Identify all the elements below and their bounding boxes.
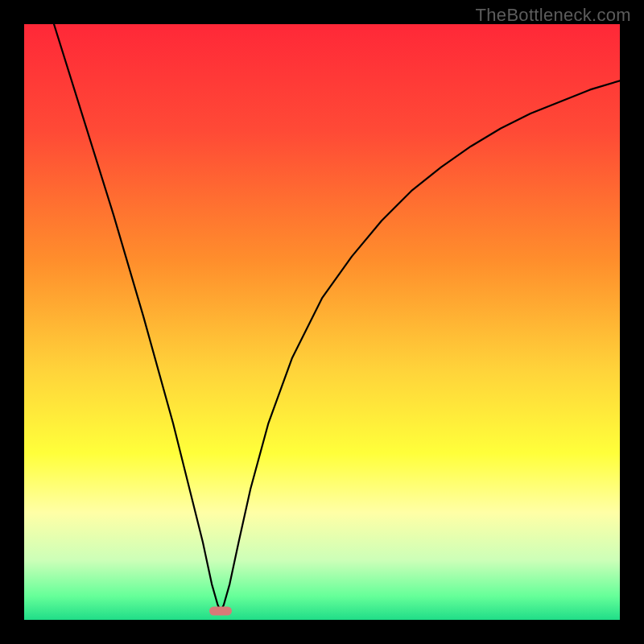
bottleneck-curve xyxy=(24,24,620,620)
bottleneck-minimum-marker xyxy=(209,606,232,615)
watermark-text: TheBottleneck.com xyxy=(476,5,631,26)
chart-frame: TheBottleneck.com xyxy=(0,0,644,644)
plot-area xyxy=(24,24,620,620)
